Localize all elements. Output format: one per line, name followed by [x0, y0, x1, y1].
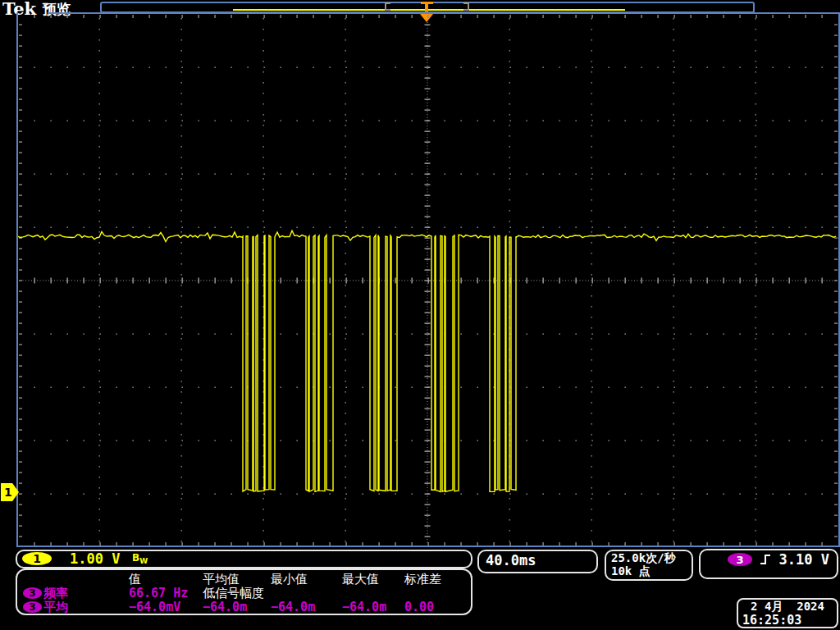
meas-row2-min: −64.0m	[271, 600, 315, 614]
horizontal-scale-readout: 40.0ms	[486, 552, 536, 568]
meas-row2-max: −64.0m	[342, 600, 386, 614]
channel1-badge: 1	[22, 552, 52, 565]
sample-rate-box: 25.0k次/秒 10k 点	[605, 550, 693, 581]
horizontal-scale-box: 40.0ms	[477, 550, 598, 573]
trigger-source-badge: 3	[728, 553, 752, 566]
time-readout: 16:25:03	[742, 613, 801, 628]
bw-sub-letter: W	[139, 557, 148, 565]
measurement-panel: 值 平均值 最小值 最大值 标准差 3 频率 66.67 Hz 低信号幅度 3 …	[16, 568, 472, 615]
waveform-display	[0, 0, 840, 630]
channel1-scale-readout: 1.00 V	[70, 550, 120, 567]
meas-row2-mean: −64.0m	[203, 600, 247, 614]
meas-row1-value: 66.67 Hz	[129, 586, 188, 600]
trigger-level-readout: 3.10 V	[779, 551, 829, 568]
bandwidth-limit-icon: BW	[132, 552, 148, 565]
meas-row2-badge: 3	[23, 601, 42, 613]
meas-header-min: 最小值	[271, 572, 308, 587]
rising-edge-icon	[760, 553, 773, 566]
graticule-border-left	[16, 12, 18, 547]
channel1-marker-number: 1	[1, 486, 12, 499]
record-length-readout: 10k 点	[611, 564, 651, 579]
channel1-readout-box: 1 1.00 V BW	[16, 550, 472, 568]
trigger-readout-box: 3 3.10 V	[699, 549, 838, 579]
meas-row1-badge: 3	[23, 587, 42, 599]
bw-letter: B	[132, 552, 139, 564]
meas-row2-label: 平均	[43, 600, 68, 615]
oscilloscope-screen: Tek 预览 1 1 1.00 V BW 40.0ms 25.0k次/秒 10k…	[0, 0, 840, 630]
graticule-border-bottom	[16, 546, 840, 547]
datetime-box: 2 4月 2024 16:25:03	[737, 598, 838, 628]
meas-row2-value: −64.0mV	[129, 600, 180, 614]
meas-row2-stddev: 0.00	[404, 600, 434, 614]
meas-header-stddev: 标准差	[404, 572, 441, 587]
meas-header-max: 最大值	[342, 572, 379, 587]
